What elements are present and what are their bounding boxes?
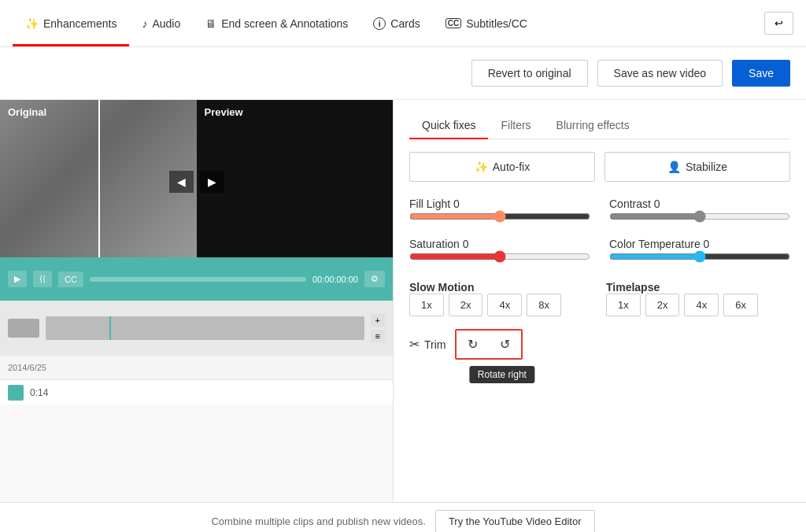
- playhead: [109, 316, 111, 340]
- subtitles-icon: CC: [446, 18, 461, 28]
- tab-subtitles[interactable]: CC Subtitles/CC: [433, 0, 540, 46]
- trim-label: Trim: [424, 338, 446, 351]
- tab-subtitles-label: Subtitles/CC: [466, 17, 527, 30]
- saturation-label: Saturation: [409, 238, 460, 250]
- time-display: 0:14: [30, 387, 48, 398]
- slow-motion-group: Slow Motion 1x 2x 4x 8x: [409, 281, 593, 316]
- tab-enhancements-label: Enhancements: [43, 17, 116, 30]
- color-temp-group: Color Temperature 0: [609, 238, 790, 265]
- slow-motion-buttons: 1x 2x 4x 8x: [409, 294, 593, 316]
- track-bar: [46, 316, 364, 340]
- original-label: Original: [8, 106, 46, 118]
- color-temp-slider[interactable]: [609, 250, 790, 263]
- video-nav-arrows: ◀ ▶: [169, 171, 224, 193]
- fill-light-label: Fill Light: [409, 198, 450, 210]
- sliders-grid: Fill Light 0 Contrast 0 Saturation 0: [409, 198, 790, 265]
- slow-1x[interactable]: 1x: [409, 294, 444, 316]
- extra-timeline: 2014/6/25: [0, 356, 393, 379]
- stabilize-label: Stabilize: [686, 161, 727, 173]
- timeline-progress[interactable]: [90, 277, 306, 282]
- tl-play-button[interactable]: ▶: [8, 271, 27, 287]
- timelapse-label: Timelapse: [606, 281, 790, 294]
- rotate-tooltip: Rotate right: [470, 366, 534, 383]
- rotate-left-button[interactable]: ↺: [489, 331, 521, 358]
- fill-light-group: Fill Light 0: [409, 198, 590, 225]
- prev-arrow[interactable]: ◀: [169, 171, 194, 193]
- next-arrow[interactable]: ▶: [200, 171, 224, 193]
- cards-icon: i: [373, 17, 386, 30]
- track-btn-2[interactable]: ≡: [371, 330, 385, 342]
- quick-action-buttons: ✨ Auto-fix 👤 Stabilize: [409, 152, 790, 182]
- bottom-bar: 0:14: [0, 379, 393, 405]
- color-temp-value: 0: [704, 238, 710, 250]
- scissors-icon: ✂: [409, 337, 420, 352]
- rotate-container: ↻ ↺ Rotate right: [455, 329, 523, 360]
- video-editor-link[interactable]: Try the YouTube Video Editor: [435, 510, 595, 532]
- tab-end-screen[interactable]: 🖥 End screen & Annotations: [193, 0, 360, 46]
- video-original: Original: [0, 100, 197, 257]
- save-as-new-button[interactable]: Save as new video: [597, 60, 723, 87]
- tab-blurring-label: Blurring effects: [556, 119, 630, 131]
- stabilize-button[interactable]: 👤 Stabilize: [604, 152, 790, 182]
- slow-8x[interactable]: 8x: [527, 294, 561, 316]
- slow-2x[interactable]: 2x: [449, 294, 483, 316]
- timeline-labels: 2014/6/25: [8, 363, 46, 372]
- stabilize-icon: 👤: [667, 161, 681, 173]
- tl-subtitle-button[interactable]: CC: [58, 272, 83, 287]
- right-panel: Quick fixes Filters Blurring effects ✨ A…: [394, 100, 806, 502]
- enhancements-icon: ✨: [25, 17, 39, 30]
- timeline-time-display: 00:00:00:00: [312, 275, 358, 284]
- tl-rewind-button[interactable]: ⟨⟨: [33, 271, 52, 287]
- tab-enhancements[interactable]: ✨ Enhancements: [13, 0, 129, 46]
- time-2x[interactable]: 2x: [645, 294, 680, 316]
- audio-icon: ♪: [142, 17, 147, 30]
- tab-cards[interactable]: i Cards: [360, 0, 432, 46]
- fill-light-slider[interactable]: [409, 210, 590, 223]
- autofix-icon: ✨: [475, 161, 488, 173]
- timelapse-buttons: 1x 2x 4x 6x: [606, 294, 790, 316]
- tab-end-screen-label: End screen & Annotations: [221, 17, 348, 30]
- time-6x[interactable]: 6x: [723, 294, 758, 316]
- saturation-group: Saturation 0: [409, 238, 590, 265]
- track-btn-1[interactable]: +: [371, 314, 385, 327]
- timelapse-group: Timelapse 1x 2x 4x 6x: [606, 281, 790, 316]
- video-panel: Original Preview ◀ ▶ ▶ ⟨⟨ CC 00:00:00:00…: [0, 100, 394, 502]
- bottom-tools: ✂ Trim ↻ ↺ Rotate right: [409, 329, 790, 360]
- track-thumb: [8, 319, 39, 338]
- trim-button[interactable]: ✂ Trim: [409, 337, 446, 352]
- tl-settings-button[interactable]: ⚙: [364, 271, 385, 287]
- saturation-slider[interactable]: [409, 250, 590, 263]
- timeline-controls: ▶ ⟨⟨ CC 00:00:00:00 ⚙: [0, 257, 393, 301]
- tab-audio[interactable]: ♪ Audio: [129, 0, 193, 46]
- tab-filters-label: Filters: [501, 119, 531, 131]
- speed-section: Slow Motion 1x 2x 4x 8x Timelapse 1x 2x …: [409, 281, 790, 316]
- tab-quick-fixes[interactable]: Quick fixes: [409, 113, 488, 139]
- tab-cards-label: Cards: [390, 17, 420, 30]
- rotate-group: ↻ ↺: [455, 329, 523, 360]
- preview-label: Preview: [205, 106, 243, 118]
- top-navigation: ✨ Enhancements ♪ Audio 🖥 End screen & An…: [0, 0, 806, 47]
- contrast-group: Contrast 0: [609, 198, 790, 225]
- track-controls: + ≡: [371, 314, 385, 342]
- back-button[interactable]: ↩: [764, 12, 793, 35]
- time-1x[interactable]: 1x: [606, 294, 641, 316]
- footer: Combine multiple clips and publish new v…: [0, 502, 806, 532]
- action-row: Revert to original Save as new video Sav…: [0, 47, 806, 100]
- rotate-right-button[interactable]: ↻: [457, 331, 489, 358]
- contrast-slider[interactable]: [609, 210, 790, 223]
- contrast-value: 0: [654, 198, 660, 210]
- autofix-button[interactable]: ✨ Auto-fix: [409, 152, 595, 182]
- revert-button[interactable]: Revert to original: [471, 60, 588, 87]
- slow-4x[interactable]: 4x: [487, 294, 522, 316]
- timeline-track: + ≡: [0, 301, 393, 356]
- tab-quick-fixes-label: Quick fixes: [422, 119, 475, 131]
- tab-blurring[interactable]: Blurring effects: [544, 113, 642, 139]
- end-screen-icon: 🖥: [205, 17, 216, 30]
- tab-audio-label: Audio: [152, 17, 180, 30]
- color-temp-label: Color Temperature: [609, 238, 701, 250]
- add-clip-button[interactable]: [8, 385, 24, 401]
- tab-filters[interactable]: Filters: [488, 113, 543, 139]
- time-4x[interactable]: 4x: [684, 294, 719, 316]
- save-button[interactable]: Save: [732, 60, 790, 87]
- video-preview: Preview: [197, 100, 394, 257]
